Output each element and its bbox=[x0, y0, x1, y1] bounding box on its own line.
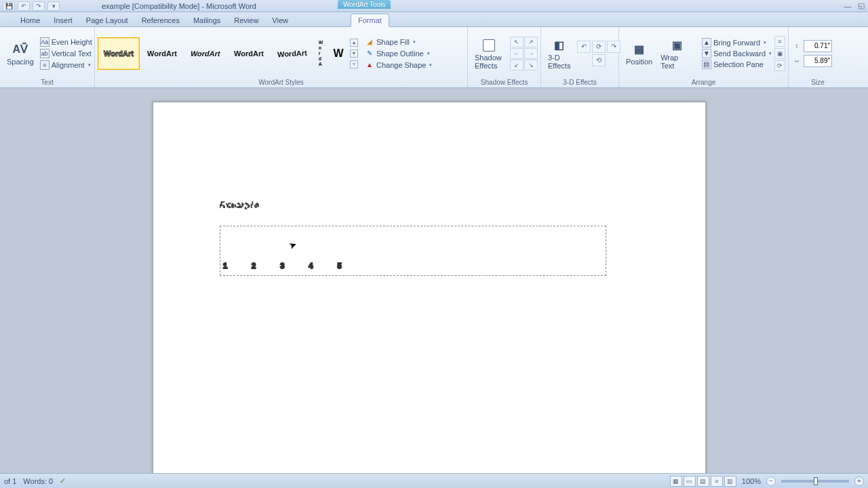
wordart-numbers[interactable]: 12345 bbox=[220, 226, 607, 277]
proofing-icon[interactable]: ✓ bbox=[60, 476, 66, 485]
rotate-button[interactable]: ⟳ bbox=[774, 60, 785, 71]
print-layout-view[interactable]: ▦ bbox=[670, 476, 682, 487]
draft-view[interactable]: ▥ bbox=[724, 476, 736, 487]
vertical-text-icon: ab bbox=[40, 49, 50, 58]
undo-button[interactable]: ↶ bbox=[18, 1, 30, 11]
even-height-label: Even Height bbox=[52, 38, 92, 46]
width-input[interactable] bbox=[804, 55, 832, 67]
pencil-icon: ✎ bbox=[365, 49, 374, 58]
wordart-style-1[interactable]: WordArt bbox=[98, 37, 140, 70]
paint-bucket-icon: ◢ bbox=[365, 37, 374, 47]
outline-view[interactable]: ≡ bbox=[711, 476, 723, 487]
wordart-style-5[interactable]: WordArt bbox=[271, 37, 313, 70]
align-button[interactable]: ≡ bbox=[774, 36, 785, 47]
bring-forward-label: Bring Forward bbox=[713, 39, 760, 47]
tab-insert[interactable]: Insert bbox=[47, 14, 79, 26]
group-arrange: ▦ Position ▣ Wrap Text ▲ Bring Forward▾ … bbox=[619, 27, 789, 87]
wordart-style-4[interactable]: WordArt bbox=[228, 37, 270, 70]
shadow-nudge-downright[interactable]: ↘ bbox=[524, 60, 538, 70]
title-bar: 💾 ↶ ↷ ▾ example [Compatibility Mode] - M… bbox=[0, 0, 868, 12]
wordart-numbers-selection[interactable]: 12345 bbox=[220, 226, 606, 276]
restore-button[interactable]: ◱ bbox=[856, 1, 867, 11]
selection-pane-icon: ▤ bbox=[702, 60, 711, 69]
gallery-scroll-down[interactable]: ▾ bbox=[350, 49, 358, 58]
bring-forward-icon: ▲ bbox=[702, 38, 711, 47]
group-text-label: Text bbox=[3, 78, 92, 87]
document-area[interactable]: Example 12345 ➤ bbox=[0, 88, 868, 473]
tilt-down[interactable]: ⟲ bbox=[592, 54, 606, 66]
send-backward-button[interactable]: ▼ Send Backward▾ bbox=[701, 48, 773, 59]
web-layout-view[interactable]: ▤ bbox=[697, 476, 709, 487]
page-status[interactable]: of 1 bbox=[4, 477, 16, 485]
shape-outline-button[interactable]: ✎ Shape Outline▾ bbox=[363, 48, 433, 59]
status-bar: of 1 Words: 0 ✓ ▦ ▭ ▤ ≡ ▥ 100% − + bbox=[0, 473, 868, 488]
zoom-out-button[interactable]: − bbox=[766, 476, 776, 486]
zoom-in-button[interactable]: + bbox=[854, 476, 864, 486]
bring-forward-button[interactable]: ▲ Bring Forward▾ bbox=[701, 37, 773, 48]
group-3d-effects: ◧ 3-D Effects ↶ ⟳ ↷ ⟲ 3-D Effects bbox=[541, 27, 619, 87]
shadow-nudge-left[interactable]: ← bbox=[510, 48, 524, 59]
wrap-text-label: Wrap Text bbox=[660, 54, 694, 70]
minimize-button[interactable]: — bbox=[842, 1, 853, 11]
shadow-nudge-downleft[interactable]: ↙ bbox=[510, 60, 524, 70]
wordart-style-vertical[interactable]: WordA bbox=[315, 37, 327, 70]
zoom-thumb[interactable] bbox=[814, 477, 818, 485]
chevron-down-icon: ▾ bbox=[427, 51, 430, 56]
tab-page-layout[interactable]: Page Layout bbox=[79, 14, 135, 26]
gallery-scroll-up[interactable]: ▴ bbox=[350, 39, 358, 47]
tab-view[interactable]: View bbox=[265, 14, 295, 26]
tab-format[interactable]: Format bbox=[351, 14, 389, 27]
change-shape-button[interactable]: ▲ Change Shape▾ bbox=[363, 60, 433, 70]
tab-references[interactable]: References bbox=[135, 14, 186, 26]
height-icon: ↕ bbox=[791, 41, 802, 52]
wordart-gallery: WordArt WordArt WordArt WordArt WordArt … bbox=[98, 37, 359, 70]
wordart-example[interactable]: Example bbox=[220, 163, 613, 224]
wordart-style-2[interactable]: WordArt bbox=[141, 37, 183, 70]
tilt-up[interactable]: ⟳ bbox=[592, 41, 606, 53]
even-height-button[interactable]: Aa Even Height bbox=[38, 37, 94, 47]
redo-button[interactable]: ↷ bbox=[33, 1, 45, 11]
send-backward-label: Send Backward bbox=[713, 49, 766, 58]
position-label: Position bbox=[626, 58, 652, 66]
shadow-nudge-upleft[interactable]: ↖ bbox=[510, 37, 524, 47]
tab-mailings[interactable]: Mailings bbox=[186, 14, 227, 26]
tab-home[interactable]: Home bbox=[14, 14, 47, 26]
wrap-text-icon: ▣ bbox=[669, 37, 686, 54]
shadow-icon bbox=[481, 37, 497, 54]
alignment-button[interactable]: ≡ Alignment▾ bbox=[38, 60, 94, 70]
zoom-slider[interactable] bbox=[781, 480, 849, 483]
chevron-down-icon: ▾ bbox=[429, 62, 432, 68]
save-button[interactable]: 💾 bbox=[3, 1, 15, 11]
wordart-style-3[interactable]: WordArt bbox=[184, 37, 226, 70]
spacing-label: Spacing bbox=[7, 58, 34, 66]
zoom-level[interactable]: 100% bbox=[742, 477, 761, 485]
qat-customize-button[interactable]: ▾ bbox=[47, 1, 60, 11]
group-button[interactable]: ▣ bbox=[774, 48, 785, 59]
tab-review[interactable]: Review bbox=[227, 14, 265, 26]
shadow-effects-button[interactable]: Shadow Effects bbox=[471, 36, 507, 71]
shadow-effects-label: Shadow Effects bbox=[475, 54, 503, 70]
height-input[interactable] bbox=[804, 40, 832, 52]
width-icon: ↔ bbox=[791, 56, 802, 66]
page[interactable]: Example 12345 ➤ bbox=[153, 102, 706, 473]
chevron-down-icon: ▾ bbox=[88, 62, 91, 68]
full-screen-view[interactable]: ▭ bbox=[684, 476, 696, 487]
selection-pane-button[interactable]: ▤ Selection Pane bbox=[701, 59, 773, 70]
shadow-nudge-upright[interactable]: ↗ bbox=[524, 37, 538, 47]
position-button[interactable]: ▦ Position bbox=[622, 40, 656, 67]
shape-fill-button[interactable]: ◢ Shape Fill▾ bbox=[363, 37, 433, 47]
3d-effects-button[interactable]: ◧ 3-D Effects bbox=[544, 36, 574, 71]
word-count[interactable]: Words: 0 bbox=[23, 477, 53, 485]
group-size-label: Size bbox=[791, 78, 844, 87]
tilt-left[interactable]: ↶ bbox=[577, 41, 591, 53]
wrap-text-button[interactable]: ▣ Wrap Text bbox=[656, 36, 698, 71]
gallery-more-button[interactable]: ▿ bbox=[350, 60, 358, 68]
3d-tilt-grid: ↶ ⟳ ↷ ⟲ bbox=[577, 41, 620, 66]
svg-text:Example: Example bbox=[220, 201, 260, 209]
ribbon-tabs: Home Insert Page Layout References Maili… bbox=[0, 12, 868, 27]
vertical-text-button[interactable]: ab Vertical Text bbox=[38, 48, 94, 59]
cube-icon: ◧ bbox=[551, 37, 568, 54]
shadow-nudge-right[interactable]: → bbox=[524, 48, 538, 59]
spacing-button[interactable]: AṼ Spacing bbox=[3, 40, 38, 67]
wordart-style-w[interactable]: W bbox=[328, 46, 349, 61]
